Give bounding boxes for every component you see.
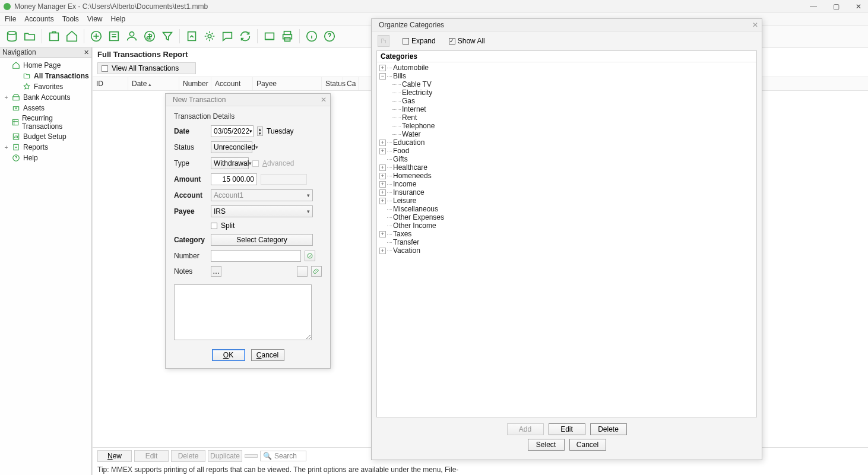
th-id[interactable]: ID xyxy=(93,77,128,90)
delete-button[interactable]: Delete xyxy=(171,450,205,462)
add-button[interactable]: Add xyxy=(507,423,544,435)
help-icon[interactable] xyxy=(321,28,338,45)
menu-tools[interactable]: Tools xyxy=(62,15,79,23)
currency-icon[interactable] xyxy=(141,28,158,45)
select-button[interactable]: Select xyxy=(528,439,565,451)
expander-icon[interactable]: + xyxy=(379,148,386,154)
category-other-expenses[interactable]: Other Expenses xyxy=(379,213,754,221)
category-insurance[interactable]: +Insurance xyxy=(379,188,754,197)
menu-file[interactable]: File xyxy=(5,15,16,23)
open-icon[interactable] xyxy=(21,28,38,45)
category-transfer[interactable]: Transfer xyxy=(379,238,754,246)
add-icon[interactable] xyxy=(88,28,104,45)
minimize-button[interactable]: — xyxy=(807,2,819,11)
payee-icon[interactable] xyxy=(123,28,140,45)
nav-item-reports[interactable]: +Reports xyxy=(0,142,91,153)
nav-item-bank-accounts[interactable]: +Bank Accounts xyxy=(0,92,91,103)
category-homeneeds[interactable]: +Homeneeds xyxy=(379,172,754,180)
category-bills[interactable]: −Bills xyxy=(379,72,754,80)
cancel-button[interactable]: Cancel xyxy=(251,349,284,361)
number-input[interactable] xyxy=(211,250,301,262)
expander-icon[interactable]: − xyxy=(379,73,386,80)
new-button[interactable]: New xyxy=(97,450,132,462)
th-category[interactable]: Ca xyxy=(343,77,359,90)
payee-select[interactable]: IRS▾ xyxy=(211,205,313,217)
reports-icon[interactable] xyxy=(183,28,200,45)
category-education[interactable]: +Education xyxy=(379,138,754,147)
close-button[interactable]: ✕ xyxy=(853,2,864,11)
expander-icon[interactable] xyxy=(379,223,386,229)
print-icon[interactable] xyxy=(279,28,296,45)
notes-icon[interactable] xyxy=(219,28,236,45)
category-healthcare[interactable]: +Healthcare xyxy=(379,163,754,172)
auto-number-icon[interactable] xyxy=(305,251,315,261)
relayout-icon[interactable] xyxy=(378,35,389,47)
show-all-checkbox[interactable]: ✓ Show All xyxy=(449,37,485,45)
expander-icon[interactable]: + xyxy=(379,164,386,171)
category-automobile[interactable]: +Automobile xyxy=(379,64,754,72)
category-income[interactable]: +Income xyxy=(379,180,754,188)
extra-button[interactable] xyxy=(245,454,258,458)
account-list-icon[interactable] xyxy=(106,28,122,45)
account-select[interactable]: Account1▾ xyxy=(211,189,313,201)
nav-item-recurring-transactions[interactable]: Recurring Transactions xyxy=(0,113,91,131)
search-box[interactable]: 🔍 Search xyxy=(260,451,306,461)
expander-icon[interactable] xyxy=(379,206,386,213)
delete-button[interactable]: Delete xyxy=(590,423,627,435)
expander-icon[interactable] xyxy=(379,239,386,246)
new-db-icon[interactable] xyxy=(4,28,20,45)
category-other-income[interactable]: Other Income xyxy=(379,221,754,230)
close-icon[interactable]: ✕ xyxy=(752,21,758,29)
expander-icon[interactable]: + xyxy=(379,198,386,204)
nav-item-home-page[interactable]: Home Page xyxy=(0,60,91,71)
th-status[interactable]: Status xyxy=(322,77,343,90)
attachment-icon[interactable] xyxy=(311,266,322,277)
expander-icon[interactable]: + xyxy=(379,181,386,188)
info-icon[interactable] xyxy=(303,28,320,45)
th-payee[interactable]: Payee xyxy=(253,77,322,90)
category-food[interactable]: +Food xyxy=(379,147,754,155)
menu-accounts[interactable]: Accounts xyxy=(24,15,53,23)
nav-item-favorites[interactable]: Favorites xyxy=(0,81,91,92)
color-button[interactable] xyxy=(297,266,308,277)
nav-item-all-transactions[interactable]: All Transactions xyxy=(0,71,91,81)
expand-checkbox[interactable]: Expand xyxy=(403,37,436,45)
menu-help[interactable]: Help xyxy=(111,15,126,23)
expander-icon[interactable]: + xyxy=(379,189,386,196)
amount-input[interactable] xyxy=(211,173,257,185)
filter-icon[interactable] xyxy=(159,28,176,45)
navigation-close-icon[interactable]: ✕ xyxy=(84,49,89,56)
category-leisure[interactable]: +Leisure xyxy=(379,197,754,205)
menu-view[interactable]: View xyxy=(87,15,103,23)
edit-button[interactable]: Edit xyxy=(134,450,169,462)
expander-icon[interactable]: + xyxy=(379,140,386,146)
category-rent[interactable]: Rent xyxy=(379,113,754,122)
fullscreen-icon[interactable] xyxy=(261,28,278,45)
refresh-icon[interactable] xyxy=(237,28,254,45)
expander-icon[interactable] xyxy=(379,214,386,221)
category-internet[interactable]: Internet xyxy=(379,105,754,113)
status-select[interactable]: Unreconciled▾ xyxy=(211,141,252,153)
notes-textarea[interactable] xyxy=(174,284,312,340)
date-input[interactable]: 03/05/2022 ▾ xyxy=(211,125,254,137)
new-account-icon[interactable] xyxy=(46,28,62,45)
home-icon[interactable] xyxy=(64,28,80,45)
th-account[interactable]: Account xyxy=(211,77,253,90)
expander-icon[interactable]: + xyxy=(379,173,386,179)
advanced-checkbox[interactable] xyxy=(252,160,259,167)
cancel-button[interactable]: Cancel xyxy=(569,439,606,451)
view-all-toggle[interactable]: View All Transactions xyxy=(97,62,196,74)
nav-item-budget-setup[interactable]: Budget Setup xyxy=(0,131,91,142)
category-gas[interactable]: Gas xyxy=(379,97,754,105)
category-cable-tv[interactable]: Cable TV xyxy=(379,80,754,88)
type-select[interactable]: Withdrawal▾ xyxy=(211,157,249,169)
edit-button[interactable]: Edit xyxy=(549,423,585,435)
notes-menu-button[interactable]: … xyxy=(211,266,221,277)
category-electricity[interactable]: Electricity xyxy=(379,88,754,97)
th-number[interactable]: Number xyxy=(179,77,211,90)
ok-button[interactable]: OK xyxy=(212,349,245,361)
expander-icon[interactable]: + xyxy=(379,248,386,254)
date-spinner[interactable]: ▴▾ xyxy=(257,126,263,136)
category-vacation[interactable]: +Vacation xyxy=(379,246,754,255)
expander-icon[interactable] xyxy=(379,156,386,163)
